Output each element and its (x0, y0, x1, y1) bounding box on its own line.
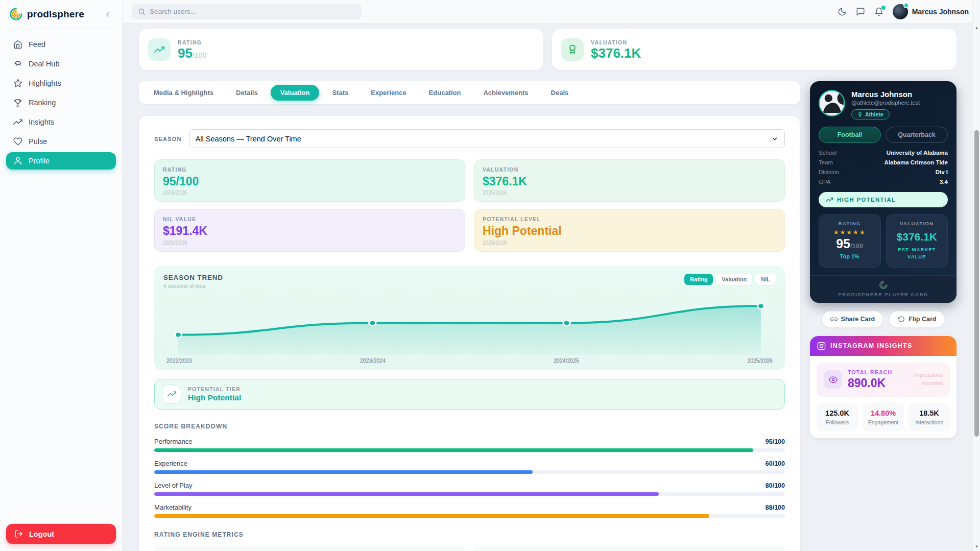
stat-card-valuation: VALUATION $376.1K 2025/2026 (474, 159, 785, 202)
progress-track (154, 470, 785, 474)
sidebar-item-insights[interactable]: Insights (6, 113, 116, 131)
x-tick: 2024/2025 (554, 357, 579, 364)
dark-mode-toggle-icon[interactable] (838, 7, 847, 16)
scrollbar-thumb[interactable] (974, 130, 979, 437)
athlete-badge: Athlete (851, 109, 890, 119)
high-potential-banner: HIGH POTENTIAL (819, 192, 948, 207)
window-scrollbar[interactable]: ▲ ▼ (972, 0, 980, 551)
sidebar-item-profile[interactable]: Profile (6, 152, 116, 170)
stat-value: $376.1K (483, 175, 776, 188)
stat-card-rating: RATING 95/100 2025/2026 (154, 159, 465, 202)
sidebar-item-label: Deal Hub (29, 60, 59, 68)
tab-stats[interactable]: Stats (322, 85, 358, 101)
flip-card-button[interactable]: Flip Card (889, 311, 945, 328)
stat-season: 2025/2026 (163, 190, 457, 196)
main-area: Marcus Johnson RATING 95/100 VALUATION (123, 0, 980, 551)
stat-season: 2025/2026 (483, 190, 776, 196)
logout-icon (14, 530, 23, 538)
handshake-icon (13, 59, 22, 68)
link-icon (830, 316, 838, 323)
trending-up-icon (13, 117, 22, 127)
engagement-stat: 14.80% Engagement (863, 403, 904, 432)
logout-label: Logout (29, 530, 54, 538)
stat-label: Interactions (911, 419, 948, 425)
player-card: Marcus Johnson @athlete@prodisphere.test… (810, 81, 957, 303)
logout-button[interactable]: Logout (6, 524, 116, 544)
scroll-up-arrow[interactable]: ▲ (973, 24, 980, 32)
metric-momentum: MOMENTUM +121.1% (474, 545, 785, 551)
tab-achievements[interactable]: Achievements (473, 85, 538, 101)
notifications-bell-icon[interactable] (874, 7, 883, 16)
notification-dot (881, 6, 886, 10)
chart-subtitle: 4 seasons of data (163, 283, 223, 289)
sidebar-item-deal-hub[interactable]: Deal Hub (6, 55, 116, 73)
rating-engine-title: RATING ENGINE METRICS (154, 531, 785, 538)
share-card-button[interactable]: Share Card (822, 311, 884, 328)
stat-value: High Potential (483, 224, 776, 237)
tab-education[interactable]: Education (419, 85, 471, 101)
tab-details[interactable]: Details (226, 85, 268, 101)
valuation-label: VALUATION (591, 39, 641, 45)
interactions-stat: 18.5K Interactions (909, 403, 950, 432)
season-select[interactable]: All Seasons — Trend Over Time (189, 129, 785, 148)
legend-nil[interactable]: NIL (755, 274, 776, 285)
stat-label: NIL VALUE (163, 216, 457, 222)
chart-legend: Rating Valuation NIL (684, 274, 776, 285)
athlete-badge-label: Athlete (865, 111, 883, 117)
mini-valuation-value: $376.1K (892, 231, 943, 243)
tab-media-highlights[interactable]: Media & Highlights (144, 85, 223, 101)
position-button[interactable]: Quarterback (886, 127, 948, 143)
progress-fill (154, 470, 533, 474)
user-menu[interactable]: Marcus Johnson (893, 4, 969, 19)
tab-deals[interactable]: Deals (541, 85, 579, 101)
legend-rating[interactable]: Rating (684, 274, 713, 285)
stat-value: 125.0K (819, 409, 856, 417)
stat-label: Followers (819, 419, 856, 425)
info-label: Division (819, 169, 839, 175)
progress-fill (154, 492, 659, 496)
tab-experience[interactable]: Experience (361, 85, 416, 101)
stat-season: 2025/2026 (163, 240, 457, 246)
player-handle: @athlete@prodisphere.test (851, 100, 920, 106)
sport-button[interactable]: Football (819, 127, 881, 143)
impressions-note: Impressions recorded (914, 371, 943, 388)
online-status-dot (903, 3, 909, 8)
rating-value: 95 (178, 45, 193, 61)
sidebar-item-highlights[interactable]: Highlights (6, 75, 116, 92)
mini-rating-label: RATING (824, 221, 875, 226)
sidebar-collapse-icon[interactable] (103, 9, 113, 19)
sidebar-item-feed[interactable]: Feed (6, 36, 116, 53)
star-rating: ★★★★★ (824, 229, 875, 236)
mini-valuation-card: VALUATION $376.1K EST. MARKET VALUE (886, 214, 948, 268)
search-bar[interactable] (132, 4, 362, 19)
sidebar-item-ranking[interactable]: Ranking (6, 94, 116, 111)
search-input[interactable] (150, 8, 355, 15)
legend-valuation[interactable]: Valuation (716, 274, 752, 285)
info-row-school: SchoolUniversity of Alabama (819, 150, 948, 156)
score-row-performance: Performance 95/100 (154, 438, 785, 452)
score-value: 95/100 (766, 438, 785, 445)
footer-label: PRODISPHERE PLAYER CARD (810, 292, 957, 297)
rating-suffix: /100 (193, 51, 206, 59)
progress-track (154, 514, 785, 518)
percentile-label: Top 1% (824, 253, 875, 259)
info-label: School (819, 150, 836, 156)
trending-up-icon (148, 38, 171, 61)
rating-engine-metrics: TRAJECTORY → 46/100 MOMENTUM +121.1% (154, 545, 785, 551)
tab-valuation[interactable]: Valuation (271, 85, 320, 101)
profile-tabs: Media & Highlights Details Valuation Sta… (139, 81, 800, 104)
sidebar: prodisphere Feed Deal Hub Highlights Ran… (0, 0, 123, 551)
scroll-down-arrow[interactable]: ▼ (973, 543, 980, 550)
x-tick: 2023/2024 (360, 357, 386, 364)
potential-tier-banner: POTENTIAL TIER High Potential (154, 379, 785, 410)
messages-icon[interactable] (856, 7, 865, 16)
sidebar-item-pulse[interactable]: Pulse (6, 133, 116, 150)
sidebar-item-label: Highlights (29, 79, 61, 87)
x-tick: 2025/2026 (747, 357, 773, 364)
instagram-insights-card: INSTAGRAM INSIGHTS TOTAL REACH 890.0K Im… (810, 336, 957, 438)
sidebar-item-label: Feed (29, 40, 45, 49)
stat-card-nil-value: NIL VALUE $191.4K 2025/2026 (154, 209, 465, 251)
potential-tier-label: POTENTIAL TIER (188, 386, 241, 392)
heart-icon (13, 137, 22, 146)
score-value: 88/100 (766, 504, 785, 511)
